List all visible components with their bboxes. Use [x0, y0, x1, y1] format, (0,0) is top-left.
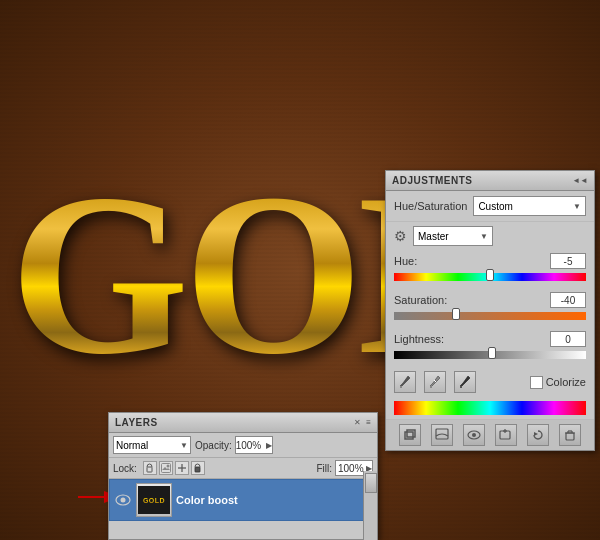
- layer-thumb-inner: GOLD: [138, 486, 170, 514]
- svg-rect-5: [430, 386, 432, 388]
- layer-thumbnail: GOLD: [136, 483, 172, 517]
- layer-visibility-eye[interactable]: [114, 491, 132, 509]
- hue-label: Hue:: [394, 255, 417, 267]
- eyedropper-btn-3[interactable]: [454, 371, 476, 393]
- lock-row: Lock: Fill: 100% ▶: [109, 458, 377, 479]
- blend-opacity-row: Normal ▼ Opacity: 100% ▶: [109, 433, 377, 458]
- channel-select[interactable]: Master ▼: [413, 226, 493, 246]
- color-bar-row: [386, 397, 594, 419]
- clip-btn[interactable]: [399, 424, 421, 446]
- lightness-thumb[interactable]: [488, 347, 496, 359]
- layers-menu-btn[interactable]: ≡: [366, 418, 371, 427]
- blend-mode-select[interactable]: Normal ▼: [113, 436, 191, 454]
- layers-panel-buttons: ✕ ≡: [354, 418, 371, 427]
- lock-all-btn[interactable]: [191, 461, 205, 475]
- fill-label: Fill:: [316, 463, 332, 474]
- reset-btn[interactable]: [527, 424, 549, 446]
- saturation-label-row: Saturation: -40: [394, 292, 586, 308]
- opacity-value: 100%: [236, 440, 262, 451]
- hue-saturation-label: Hue/Saturation: [394, 200, 467, 212]
- hue-value[interactable]: -5: [550, 253, 586, 269]
- opacity-label: Opacity:: [195, 440, 232, 451]
- lightness-slider-row: Lightness: 0: [386, 328, 594, 367]
- saturation-gradient: [394, 312, 586, 320]
- opacity-row: Opacity: 100% ▶: [195, 436, 273, 454]
- layer-thumb-text: GOLD: [143, 497, 165, 504]
- svg-rect-9: [407, 430, 415, 437]
- adjustments-title: ADJUSTMENTS: [392, 175, 473, 186]
- lock-image-btn[interactable]: [159, 461, 173, 475]
- saturation-label: Saturation:: [394, 294, 447, 306]
- svg-point-12: [472, 433, 476, 437]
- adjustments-collapse-btn[interactable]: ◄◄: [572, 176, 588, 185]
- eye-visibility-btn[interactable]: [463, 424, 485, 446]
- svg-rect-7: [460, 386, 462, 388]
- fill-value: 100%: [336, 463, 366, 474]
- blend-mode-label: Normal: [116, 440, 148, 451]
- adjustments-panel-header: ADJUSTMENTS ◄◄: [386, 171, 594, 191]
- eyedropper-btn-1[interactable]: [394, 371, 416, 393]
- view-previous-btn[interactable]: [431, 424, 453, 446]
- svg-rect-27: [195, 467, 200, 472]
- delete-adjustment-btn[interactable]: [559, 424, 581, 446]
- layer-item-color-boost[interactable]: GOLD Color boost: [109, 479, 377, 521]
- layers-scrollbar[interactable]: [363, 471, 377, 540]
- layers-panel-header: LAYERS ✕ ≡: [109, 413, 377, 433]
- adjustments-panel: ADJUSTMENTS ◄◄ Hue/Saturation Custom ▼ ⚙…: [385, 170, 595, 451]
- svg-rect-22: [147, 467, 152, 472]
- channel-icon: ⚙: [394, 228, 407, 244]
- layers-panel: LAYERS ✕ ≡ Normal ▼ Opacity: 100% ▶ Lock…: [108, 412, 378, 540]
- color-bar: [394, 401, 586, 415]
- hue-saturation-row: Hue/Saturation Custom ▼: [386, 191, 594, 222]
- svg-rect-17: [566, 433, 574, 440]
- saturation-value[interactable]: -40: [550, 292, 586, 308]
- svg-point-23: [166, 465, 169, 468]
- colorize-row: Colorize: [386, 367, 594, 397]
- lock-icons-group: [143, 461, 205, 475]
- hue-label-row: Hue: -5: [394, 253, 586, 269]
- layers-collapse-btn[interactable]: ✕: [354, 418, 361, 427]
- new-adjustment-btn[interactable]: [495, 424, 517, 446]
- opacity-arrow: ▶: [266, 441, 272, 450]
- eyedropper-btn-2[interactable]: [424, 371, 446, 393]
- adjustments-toolbar: [386, 419, 594, 450]
- lock-label: Lock:: [113, 463, 137, 474]
- lightness-slider-track[interactable]: [394, 349, 586, 361]
- blend-mode-arrow: ▼: [180, 441, 188, 450]
- channel-row: ⚙ Master ▼: [386, 222, 594, 250]
- layers-title: LAYERS: [115, 417, 158, 428]
- lock-position-btn[interactable]: [175, 461, 189, 475]
- saturation-thumb[interactable]: [452, 308, 460, 320]
- saturation-slider-track[interactable]: [394, 310, 586, 322]
- lightness-label: Lightness:: [394, 333, 444, 345]
- layers-scroll-thumb[interactable]: [365, 473, 377, 493]
- preset-select-arrow: ▼: [573, 202, 581, 211]
- preset-select[interactable]: Custom ▼: [473, 196, 586, 216]
- svg-marker-16: [534, 432, 538, 436]
- svg-rect-4: [400, 386, 402, 388]
- colorize-check: Colorize: [530, 376, 586, 389]
- hue-thumb[interactable]: [486, 269, 494, 281]
- hue-slider-row: Hue: -5: [386, 250, 594, 289]
- lightness-label-row: Lightness: 0: [394, 331, 586, 347]
- saturation-slider-row: Saturation: -40: [386, 289, 594, 328]
- colorize-checkbox[interactable]: [530, 376, 543, 389]
- hue-slider-track[interactable]: [394, 271, 586, 283]
- svg-rect-8: [405, 432, 413, 439]
- opacity-input[interactable]: 100% ▶: [235, 436, 273, 454]
- channel-select-arrow: ▼: [480, 232, 488, 241]
- adjustments-panel-controls: ◄◄: [572, 176, 588, 185]
- svg-point-29: [121, 498, 126, 503]
- lock-transparency-btn[interactable]: [143, 461, 157, 475]
- colorize-label: Colorize: [546, 376, 586, 388]
- layer-name: Color boost: [176, 494, 372, 506]
- lightness-value[interactable]: 0: [550, 331, 586, 347]
